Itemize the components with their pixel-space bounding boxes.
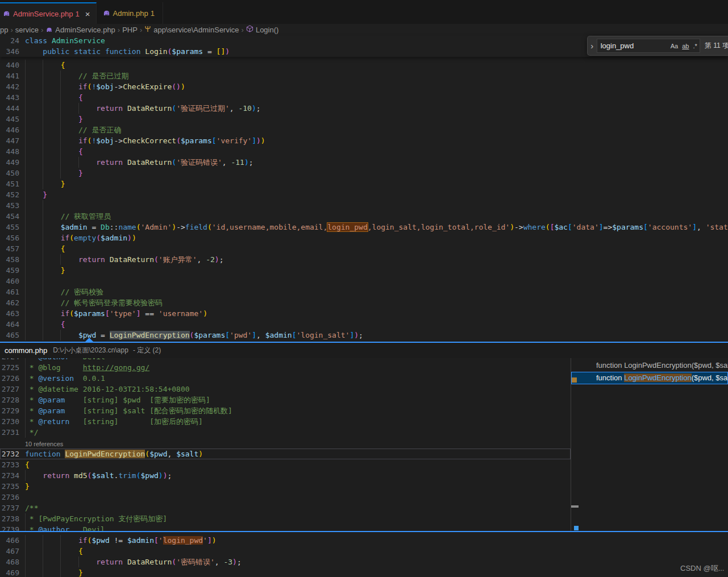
code-line[interactable]: 466 if($pwd != $admin['login_pwd']) xyxy=(0,535,728,546)
code-line[interactable]: 440 { xyxy=(0,60,728,70)
code-line[interactable]: 458 return DataReturn('账户异常', -2); xyxy=(0,254,728,265)
breadcrumb-item-service[interactable]: service xyxy=(15,26,39,34)
line-number: 466 xyxy=(0,535,19,546)
peek-code-lines: 2724 * @author Devil2725 * @blog http://… xyxy=(0,358,571,531)
code-line[interactable]: 2724 * @author Devil xyxy=(0,358,571,362)
php-file-icon xyxy=(102,9,111,18)
code-line[interactable]: 448 { xyxy=(0,146,728,157)
vscode-window: AdminService.php 1 × Admin.php 1 pp › se… xyxy=(0,0,728,577)
peek-file-name: common.php xyxy=(5,346,47,355)
code-line[interactable]: 467 { xyxy=(0,546,728,557)
code-line[interactable]: 442 if(!$obj->CheckExpire()) xyxy=(0,81,728,92)
indent-guide xyxy=(25,200,26,211)
code-line[interactable]: 444 return DataReturn('验证码已过期', -10); xyxy=(0,103,728,114)
line-number: 2733 xyxy=(0,459,19,470)
codelens[interactable]: 10 references xyxy=(0,438,571,449)
code-line[interactable]: 465 $pwd = LoginPwdEncryption($params['p… xyxy=(0,330,728,341)
peek-header[interactable]: common.php D:\小小桌面\2023.cn\app - 定义 (2) xyxy=(0,343,728,358)
search-input[interactable]: login_pwd Aa ab .* xyxy=(597,39,700,53)
scrollbar-thumb[interactable] xyxy=(571,505,579,508)
breadcrumb-item-php[interactable]: PHP xyxy=(122,26,138,34)
breadcrumb-item-namespace[interactable]: app\service\AdminService xyxy=(144,26,239,34)
close-icon[interactable]: × xyxy=(85,9,90,19)
code-line[interactable]: 2725 * @blog http://gong.gg/ xyxy=(0,362,571,373)
line-number: 2737 xyxy=(0,503,19,513)
code-line[interactable]: 2732function LoginPwdEncryption($pwd, $s… xyxy=(0,449,571,459)
code-line[interactable]: 454 // 获取管理员 xyxy=(0,211,728,222)
code-line[interactable]: 449 return DataReturn('验证码错误', -11); xyxy=(0,157,728,168)
code-line[interactable]: 2735} xyxy=(0,481,571,492)
code-line[interactable]: 468 return DataReturn('密码错误', -3); xyxy=(0,557,728,567)
code-text: $admin = Db::name('Admin')->field('id,us… xyxy=(25,222,728,233)
find-result-count: 第 11 项 xyxy=(705,41,728,51)
reference-item-selected[interactable]: function LoginPwdEncryption($pwd, $sal xyxy=(571,372,728,384)
reference-item[interactable]: function LoginPwdEncryption($pwd, $sal xyxy=(571,359,728,372)
code-line[interactable]: 452 } xyxy=(0,189,728,200)
code-text: { xyxy=(25,546,83,557)
code-line[interactable]: 2736 xyxy=(0,492,571,503)
code-text: } xyxy=(25,481,30,492)
tab-problem-badge: 1 xyxy=(76,10,80,18)
code-text: * @author Devil xyxy=(25,358,105,362)
code-line[interactable]: 457 { xyxy=(0,243,728,254)
code-line[interactable]: 441 // 是否已过期 xyxy=(0,70,728,81)
code-line[interactable]: 461 // 密码校验 xyxy=(0,287,728,297)
code-line[interactable]: 2730 * @return [string] [加密后的密码] xyxy=(0,416,571,427)
code-line[interactable]: 447 if(!$obj->CheckCorrect($params['veri… xyxy=(0,135,728,146)
breadcrumb-item-file[interactable]: AdminService.php xyxy=(45,26,115,34)
line-number: 448 xyxy=(0,146,19,157)
code-line[interactable]: 469 } xyxy=(0,567,728,577)
code-line[interactable]: 451 } xyxy=(0,179,728,189)
code-line[interactable]: 443 { xyxy=(0,92,728,103)
chevron-right-icon: › xyxy=(10,26,13,34)
code-line[interactable]: 462 // 帐号密码登录需要校验密码 xyxy=(0,297,728,308)
editor-below-peek: 466 if($pwd != $admin['login_pwd'])467 {… xyxy=(0,535,728,577)
overview-ruler-match-decoration xyxy=(572,377,577,383)
code-line[interactable]: 450 } xyxy=(0,168,728,179)
code-line[interactable]: 463 if($params['type'] == 'username') xyxy=(0,308,728,319)
whole-word-icon[interactable]: ab xyxy=(682,43,689,49)
regex-icon[interactable]: .* xyxy=(693,43,697,49)
code-line[interactable]: 459 } xyxy=(0,265,728,276)
code-line[interactable]: 446 // 是否正确 xyxy=(0,124,728,135)
code-text: * [PwdPayEncryption 支付密码加密] xyxy=(25,513,167,524)
code-line[interactable]: 2731 */ xyxy=(0,427,571,438)
line-number: 445 xyxy=(0,114,19,124)
code-line[interactable]: 2737/** xyxy=(0,503,571,513)
line-number: 453 xyxy=(0,200,19,211)
code-line[interactable]: 2739 * @author Devil xyxy=(0,524,571,531)
code-line[interactable]: 464 { xyxy=(0,319,728,330)
code-text: } xyxy=(25,168,83,179)
match-case-icon[interactable]: Aa xyxy=(671,43,678,49)
line-number: 440 xyxy=(0,60,19,70)
code-text: return DataReturn('验证码错误', -11); xyxy=(25,157,253,168)
code-text: return DataReturn('密码错误', -3); xyxy=(25,557,242,567)
code-line[interactable]: 2726 * @version 0.0.1 xyxy=(0,373,571,384)
code-line[interactable]: 456 if(empty($admin)) xyxy=(0,233,728,243)
code-line[interactable]: 2738 * [PwdPayEncryption 支付密码加密] xyxy=(0,513,571,524)
code-line[interactable]: 2727 * @datetime 2016-12-03T21:58:54+080… xyxy=(0,384,571,395)
breadcrumb-item-app[interactable]: pp xyxy=(0,26,8,34)
code-line[interactable]: 2729 * @param [string] $salt [配合密码加密的随机数… xyxy=(0,405,571,416)
code-text: if($params['type'] == 'username') xyxy=(25,308,207,319)
tab-admin[interactable]: Admin.php 1 xyxy=(97,2,163,24)
code-line[interactable]: 453 xyxy=(0,200,728,211)
breadcrumb-item-symbol[interactable]: Login() xyxy=(246,25,278,34)
method-icon xyxy=(246,25,253,34)
code-text: * @param [string] $salt [配合密码加密的随机数] xyxy=(25,405,232,416)
code-text: $pwd = LoginPwdEncryption($params['pwd']… xyxy=(25,330,363,341)
namespace-icon xyxy=(144,26,151,34)
line-number: 2730 xyxy=(0,416,19,427)
code-line[interactable]: 455 $admin = Db::name('Admin')->field('i… xyxy=(0,222,728,233)
line-number: 454 xyxy=(0,211,19,222)
find-expand-chevron-icon[interactable]: › xyxy=(588,41,597,51)
code-text: { xyxy=(25,146,83,157)
code-text: } xyxy=(25,567,83,577)
code-line[interactable]: 2733{ xyxy=(0,459,571,470)
line-number: 2739 xyxy=(0,524,19,531)
tab-adminservice[interactable]: AdminService.php 1 × xyxy=(0,2,97,24)
code-line[interactable]: 460 xyxy=(0,276,728,287)
code-line[interactable]: 2734 return md5($salt.trim($pwd)); xyxy=(0,470,571,481)
code-line[interactable]: 445 } xyxy=(0,114,728,124)
code-line[interactable]: 2728 * @param [string] $pwd [需要加密的密码] xyxy=(0,395,571,405)
